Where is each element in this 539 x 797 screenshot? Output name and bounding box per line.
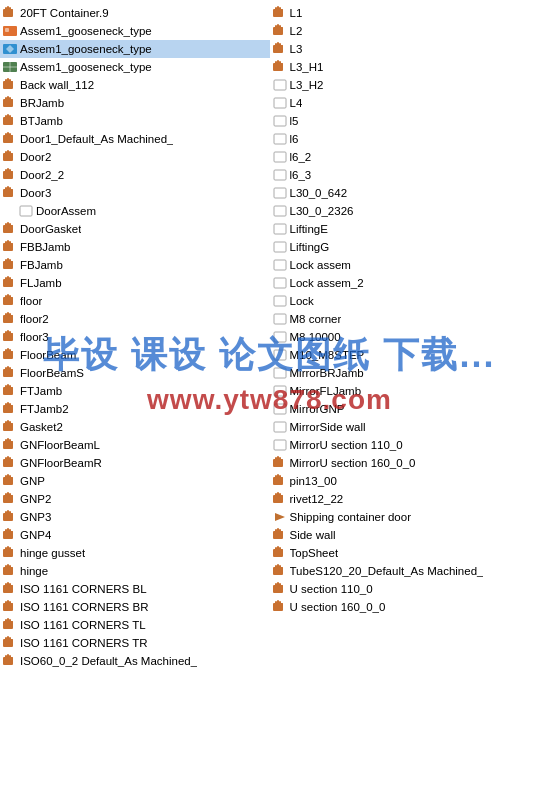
- tree-item[interactable]: ISO 1161 CORNERS TL: [0, 616, 270, 634]
- tree-item[interactable]: L1: [270, 4, 540, 22]
- tree-item[interactable]: L30_0_642: [270, 184, 540, 202]
- tree-item[interactable]: U section 110_0: [270, 580, 540, 598]
- tree-item[interactable]: M8 corner: [270, 310, 540, 328]
- tree-item[interactable]: TopSheet: [270, 544, 540, 562]
- tree-item[interactable]: GNP: [0, 472, 270, 490]
- tree-item[interactable]: LiftingG: [270, 238, 540, 256]
- tree-item[interactable]: GNFloorBeamL: [0, 436, 270, 454]
- tree-item[interactable]: MirrorFLJamb: [270, 382, 540, 400]
- tree-item[interactable]: rivet12_22: [270, 490, 540, 508]
- tree-item[interactable]: FLJamb: [0, 274, 270, 292]
- svg-rect-52: [11, 225, 13, 228]
- tree-item[interactable]: L3: [270, 40, 540, 58]
- item-label: ISO 1161 CORNERS BL: [20, 583, 147, 595]
- tree-item[interactable]: Assem1_gooseneck_type: [0, 58, 270, 76]
- tree-item[interactable]: FloorBeamS: [0, 364, 270, 382]
- tree-item[interactable]: FBBJamb: [0, 238, 270, 256]
- tree-item[interactable]: hinge: [0, 562, 270, 580]
- tree-item[interactable]: MirrorSide wall: [270, 418, 540, 436]
- tree-item[interactable]: L2: [270, 22, 540, 40]
- tree-item[interactable]: FBJamb: [0, 256, 270, 274]
- svg-rect-246: [275, 583, 277, 588]
- item-label: 20FT Container.9: [20, 7, 109, 19]
- svg-rect-134: [5, 529, 7, 534]
- tree-item[interactable]: Shipping container door: [270, 508, 540, 526]
- tree-item[interactable]: Gasket2: [0, 418, 270, 436]
- tree-item[interactable]: TubeS120_20_Default_As Machined_: [270, 562, 540, 580]
- tree-item[interactable]: Lock assem_2: [270, 274, 540, 292]
- tree-item[interactable]: Assem1_gooseneck_type: [0, 22, 270, 40]
- svg-rect-36: [11, 153, 13, 156]
- svg-rect-126: [9, 493, 11, 497]
- item-label: L30_0_642: [290, 187, 348, 199]
- svg-rect-60: [7, 258, 9, 263]
- svg-rect-239: [281, 549, 283, 552]
- tree-item[interactable]: l6_2: [270, 148, 540, 166]
- tree-item[interactable]: GNP3: [0, 508, 270, 526]
- tree-item[interactable]: floor2: [0, 310, 270, 328]
- svg-rect-187: [281, 45, 283, 48]
- tree-item[interactable]: M8 10000: [270, 328, 540, 346]
- tree-item[interactable]: MirrorU section 110_0: [270, 436, 540, 454]
- tree-item[interactable]: l6_3: [270, 166, 540, 184]
- tree-item[interactable]: ISO 1161 CORNERS TR: [0, 634, 270, 652]
- tree-item[interactable]: FTJamb2: [0, 400, 270, 418]
- tree-item[interactable]: Assem1_gooseneck_type: [0, 40, 270, 58]
- tree-item[interactable]: pin13_00: [270, 472, 540, 490]
- item-label: DoorAssem: [36, 205, 96, 217]
- tree-item[interactable]: GNFloorBeamR: [0, 454, 270, 472]
- svg-rect-156: [9, 601, 11, 605]
- tree-item[interactable]: MirrorGNP: [270, 400, 540, 418]
- tree-item[interactable]: Door2: [0, 148, 270, 166]
- tree-item[interactable]: Lock: [270, 292, 540, 310]
- tree-item[interactable]: l6: [270, 130, 540, 148]
- tree-item[interactable]: Side wall: [270, 526, 540, 544]
- tree-item[interactable]: Door1_Default_As Machined_: [0, 130, 270, 148]
- tree-item[interactable]: floor3: [0, 328, 270, 346]
- tree-item[interactable]: LiftingE: [270, 220, 540, 238]
- tree-item[interactable]: FTJamb: [0, 382, 270, 400]
- tree-item[interactable]: U section 160_0_0: [270, 598, 540, 616]
- tree-item[interactable]: Back wall_112: [0, 76, 270, 94]
- tree-item[interactable]: GNP4: [0, 526, 270, 544]
- svg-rect-205: [274, 296, 286, 306]
- svg-rect-139: [5, 547, 7, 552]
- tree-item[interactable]: L3_H2: [270, 76, 540, 94]
- svg-rect-65: [7, 276, 9, 281]
- tree-item[interactable]: MirrorBRJamb: [270, 364, 540, 382]
- svg-rect-184: [275, 43, 277, 48]
- tree-item[interactable]: l5: [270, 112, 540, 130]
- tree-item[interactable]: L30_0_2326: [270, 202, 540, 220]
- empty-icon: [272, 77, 288, 93]
- tree-item[interactable]: GNP2: [0, 490, 270, 508]
- tree-item[interactable]: 20FT Container.9: [0, 4, 270, 22]
- tree-item[interactable]: ISO60_0_2 Default_As Machined_: [0, 652, 270, 670]
- tree-item[interactable]: DoorAssem: [0, 202, 270, 220]
- tree-item[interactable]: Door2_2: [0, 166, 270, 184]
- item-label: floor2: [20, 313, 49, 325]
- item-label: MirrorU section 160_0_0: [290, 457, 416, 469]
- tree-item[interactable]: FloorBeam: [0, 346, 270, 364]
- tree-item[interactable]: floor: [0, 292, 270, 310]
- tree-item[interactable]: DoorGasket: [0, 220, 270, 238]
- svg-rect-204: [274, 278, 286, 288]
- svg-rect-125: [7, 492, 9, 497]
- tree-item[interactable]: L4: [270, 94, 540, 112]
- tree-item[interactable]: BRJamb: [0, 94, 270, 112]
- item-label: Door2_2: [20, 169, 64, 181]
- svg-rect-175: [277, 6, 279, 11]
- tree-item[interactable]: Lock assem: [270, 256, 540, 274]
- tree-item[interactable]: BTJamb: [0, 112, 270, 130]
- tree-item[interactable]: Door3: [0, 184, 270, 202]
- hand-icon: [2, 635, 18, 651]
- svg-rect-161: [9, 619, 11, 623]
- tree-item[interactable]: ISO 1161 CORNERS BR: [0, 598, 270, 616]
- empty-icon: [272, 329, 288, 345]
- svg-rect-165: [7, 636, 9, 641]
- tree-item[interactable]: MirrorU section 160_0_0: [270, 454, 540, 472]
- tree-item[interactable]: ISO 1161 CORNERS BL: [0, 580, 270, 598]
- tree-item[interactable]: L3_H1: [270, 58, 540, 76]
- svg-rect-252: [277, 600, 279, 605]
- tree-item[interactable]: M10_M8STEP: [270, 346, 540, 364]
- tree-item[interactable]: hinge gusset: [0, 544, 270, 562]
